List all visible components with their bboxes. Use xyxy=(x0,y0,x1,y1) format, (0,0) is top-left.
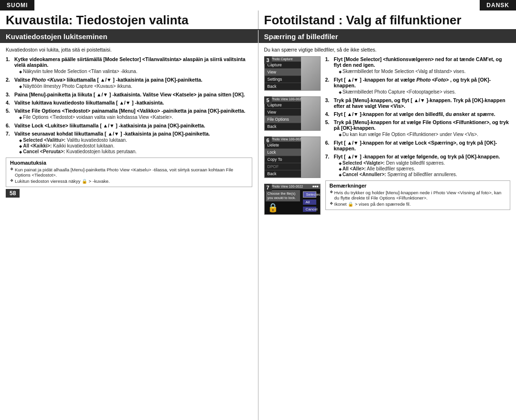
all-button[interactable]: All xyxy=(303,200,316,205)
list-item: 1. Kytke videokamera päälle siirtämällä … xyxy=(6,56,252,74)
list-item: 5. Tryk på [Menu]-knappen for at vælge F… xyxy=(325,119,511,137)
cancel-button[interactable]: Cancel xyxy=(303,207,316,212)
step-text: Flyt [ ▲/▼ ] -knappen for at vælge følge… xyxy=(334,154,500,159)
step-text: Tryk på [Menu]-knappen, og flyt [ ▲/▼ ]-… xyxy=(334,97,505,109)
bullet-item: Skærmbilledet Photo Capture <Fotooptagel… xyxy=(339,89,511,94)
dialog-message: Choose the file(s) you would to lock. xyxy=(266,190,300,201)
list-item: 4. Valitse lukittava kuvatiedosto liikut… xyxy=(6,100,252,105)
step-badge-6: 6 xyxy=(264,136,272,144)
step-text: Valitse lukittava kuvatiedosto liikuttam… xyxy=(14,100,164,105)
step-text: Paina [Menu]-painiketta ja liikuta [ ▲/▼… xyxy=(14,92,245,97)
camera-screen-6: 📷 Photo View 100-0022 ■■■ Delete Lock Co… xyxy=(264,136,321,178)
step-number: 4. xyxy=(325,111,333,117)
list-item: 2. Flyt [ ▲/▼ ] -knappen for at vælge Ph… xyxy=(325,77,511,95)
dialog-left: Choose the file(s) you would to lock. 🔒 xyxy=(266,190,300,213)
screen-6: 6 📷 Photo View 100-0022 ■■■ Delete xyxy=(264,136,321,178)
step-content: Valitse lukittava kuvatiedosto liikuttam… xyxy=(14,100,252,105)
list-item: 1. Flyt [Mode Selector] <funktionsvælger… xyxy=(325,56,511,74)
right-steps-list: 1. Flyt [Mode Selector] <funktionsvælger… xyxy=(325,56,511,178)
step-text: Flyt [ ▲/▼ ] -knappen for at vælge Photo… xyxy=(334,77,491,88)
bullet-item: Du kan kun vælge File Option <Filfunktio… xyxy=(339,132,511,137)
step-content: Valitse Photo <Kuva> liikuttamalla [ ▲/▼… xyxy=(14,77,252,89)
content-row: Kuvatiedoston voi lukita, jotta sitä ei … xyxy=(0,43,516,420)
step-number: 6. xyxy=(6,123,13,128)
list-item: 2. Valitse Photo <Kuva> liikuttamalla [ … xyxy=(6,77,252,89)
left-steps-list: 1. Kytke videokamera päälle siirtämällä … xyxy=(6,56,252,155)
list-item: 3. Paina [Menu]-painiketta ja liikuta [ … xyxy=(6,92,252,97)
bullet-item: File Options <Tiedostot> voidaan valita … xyxy=(19,115,252,120)
step-number: 5. xyxy=(6,108,13,120)
step-number: 4. xyxy=(6,100,13,105)
header-row: SUOMI DANSK xyxy=(0,0,516,10)
step-content: Flyt [ ▲/▼ ] -knappen for at vælge Photo… xyxy=(334,77,511,95)
bullet-item: Cancel <Annuller>: Spærring af billedfil… xyxy=(339,172,511,177)
list-item: 7. Flyt [ ▲/▼ ] -knappen for at vælge fø… xyxy=(325,154,511,178)
step-content: Flyt [ ▲/▼ ]-knappen for at vælge den bi… xyxy=(334,111,511,117)
left-section-header: Kuvatiedostojen lukitseminen xyxy=(0,30,258,43)
cam-info: ■■■ xyxy=(312,185,319,189)
step-text: Kytke videokamera päälle siirtämällä [Mo… xyxy=(14,56,246,68)
note-item: Ikonet 🔒 > vises på den spærrede fil. xyxy=(330,201,506,207)
step-number: 2. xyxy=(6,77,13,89)
right-main-title: Fototilstand : Valg af filfunktioner xyxy=(264,13,511,27)
step-number: 2. xyxy=(325,77,333,95)
step-content: Flyt [ ▲/▼ ]-knappen for at vælge Lock <… xyxy=(334,140,511,151)
step-text: Flyt [Mode Selector] <funktionsvælgeren>… xyxy=(334,56,502,68)
list-item: 6. Flyt [ ▲/▼ ]-knappen for at vælge Loc… xyxy=(325,140,511,151)
left-column: Kuvatiedoston voi lukita, jotta sitä ei … xyxy=(0,43,258,420)
left-notes-title: Huomautuksia xyxy=(10,160,248,166)
left-notes-list: Kun painat ja pidät alhaalla [Menu]-pain… xyxy=(10,167,248,184)
screenshots-column: 3 📷 Photo Capture 800 ■■■ Capture xyxy=(264,56,322,215)
left-title-area: Kuvaustila: Tiedostojen valinta xyxy=(0,10,258,29)
dialog-area: Choose the file(s) you would to lock. 🔒 … xyxy=(265,189,320,214)
cam-screen: 📷 Photo View 100-0022 ■■■ Delete Lock Co… xyxy=(265,137,320,178)
left-intro: Kuvatiedoston voi lukita, jotta sitä ei … xyxy=(6,47,252,52)
step-content: Flyt [ ▲/▼ ] -knappen for at vælge følge… xyxy=(334,154,511,178)
step-content: Tryk på [Menu]-knappen for at vælge File… xyxy=(334,119,511,137)
step-number: 1. xyxy=(325,56,333,74)
list-item: 4. Flyt [ ▲/▼ ]-knappen for at vælge den… xyxy=(325,111,511,117)
dansk-tab: DANSK xyxy=(480,0,516,10)
screen-7: 7 📷 Photo View 100-0022 ■■■ Choose the f… xyxy=(264,184,321,215)
step-content: Valitse Lock <Lukitse> liikuttamalla [ ▲… xyxy=(14,123,252,128)
section-header-row: Kuvatiedostojen lukitseminen Spærring af… xyxy=(0,30,516,43)
right-section-header: Spærring af billedfiler xyxy=(258,30,516,43)
screen-3: 3 📷 Photo Capture 800 ■■■ Capture xyxy=(264,56,321,91)
cam-screen: 📷 Photo View 100-0022 ■■■ Capture View F… xyxy=(265,97,320,130)
step-badge-5: 5 xyxy=(264,96,272,104)
lock-icon-area: 🔒 xyxy=(266,202,300,213)
selected-button[interactable]: Selected xyxy=(303,191,316,198)
step-text: Valitse File Options <Tiedostot> painama… xyxy=(14,108,246,114)
step-text: Valitse Lock <Lukitse> liikuttamalla [ ▲… xyxy=(14,123,205,128)
titles-row: Kuvaustila: Tiedostojen valinta Fototils… xyxy=(0,10,516,30)
step-content: Valitse seuraavat kohdat liikuttamalla [… xyxy=(14,131,252,155)
right-intro: Du kan spærre vigtige billedfiler, så de… xyxy=(264,47,511,52)
note-item: Kun painat ja pidät alhaalla [Menu]-pain… xyxy=(10,167,248,178)
dialog-buttons: Selected All Cancel xyxy=(300,190,319,213)
step-badge-7: 7 xyxy=(264,184,272,191)
step-text: Flyt [ ▲/▼ ]-knappen for at vælge den bi… xyxy=(334,111,495,117)
list-item: 7. Valitse seuraavat kohdat liikuttamall… xyxy=(6,131,252,155)
step-text: Tryk på [Menu]-knappen for at vælge File… xyxy=(334,119,509,131)
step-text: Valitse Photo <Kuva> liikuttamalla [ ▲/▼… xyxy=(14,77,203,83)
right-title-area: Fototilstand : Valg af filfunktioner xyxy=(258,10,516,29)
bullet-item: All <Kaikki>: Kaikki kuvatiedostot lukit… xyxy=(19,143,252,148)
step-number: 7. xyxy=(6,131,13,155)
lock-icon: 🔒 xyxy=(268,202,278,213)
cam-dialog: 📷 Photo View 100-0022 ■■■ Choose the fil… xyxy=(265,184,320,214)
bullet-item: Selected <Valgte>: Den valgte billedfil … xyxy=(339,160,511,166)
step-content: Valitse File Options <Tiedostot> painama… xyxy=(14,108,252,120)
suomi-tab: SUOMI xyxy=(0,0,34,10)
list-item: 3. Tryk på [Menu]-knappen, og flyt [ ▲/▼… xyxy=(325,97,511,109)
bullet-item: Selected <Valittu>: Valittu kuvatiedosto… xyxy=(19,137,252,143)
step-number: 3. xyxy=(6,92,13,97)
camera-screen-5: 📷 Photo View 100-0022 ■■■ Capture View F… xyxy=(264,96,321,131)
right-text-column: 1. Flyt [Mode Selector] <funktionsvælger… xyxy=(325,56,511,215)
cam-screen: 📷 Photo Capture 800 ■■■ Capture View Set… xyxy=(265,57,320,90)
page: SUOMI DANSK Kuvaustila: Tiedostojen vali… xyxy=(0,0,516,420)
cam-photo xyxy=(301,137,320,178)
right-notes-list: Hvis du trykker og holder [Menu]-knappen… xyxy=(330,190,506,207)
step-number: 6. xyxy=(325,140,333,151)
note-item: Lukitun tiedoston vieressä näkyy 🔒 > -ku… xyxy=(10,178,248,184)
bullet-item: All <Alle>: Alle billedfiler spærres. xyxy=(339,166,511,171)
